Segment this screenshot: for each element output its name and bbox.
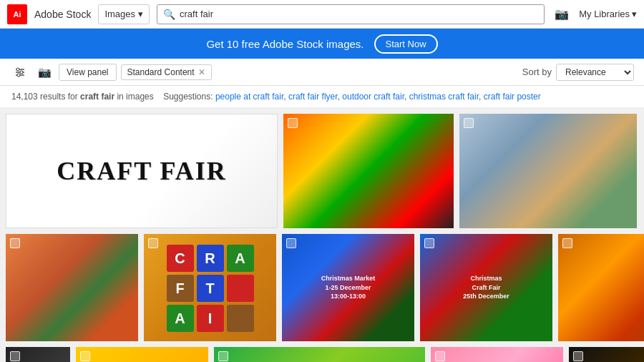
toolbar: 📷 View panel Standard Content ✕ Sort by … — [0, 59, 644, 86]
results-count: 14,103 results for craft fair in images — [11, 92, 154, 102]
tile-r: R — [197, 245, 224, 272]
image-checkbox[interactable] — [562, 238, 572, 248]
image-item[interactable] — [558, 234, 644, 341]
tile-r2 — [227, 305, 254, 332]
image-grid: CRAFT FAIR C R A F T A — [0, 108, 644, 362]
my-libraries-label: My Libraries — [579, 9, 630, 19]
image-checkbox[interactable] — [464, 118, 474, 128]
image-checkbox[interactable] — [288, 118, 298, 128]
sort-section: Sort by Relevance Most Recent Most Popul… — [522, 64, 634, 81]
chevron-down-icon: ▾ — [632, 9, 637, 19]
image-checkbox[interactable] — [435, 351, 445, 361]
suggestion-link[interactable]: craft fair flyer — [288, 92, 338, 102]
christmas-label-1: Christmas Market1-25 December13:00-13:00 — [321, 274, 376, 301]
search-type-label: Images — [104, 9, 135, 19]
promo-banner: Get 10 free Adobe Stock images. Start No… — [0, 29, 644, 59]
suggestion-link[interactable]: craft fair poster — [484, 92, 541, 102]
image-item[interactable] — [76, 347, 208, 362]
search-bar[interactable]: 🔍 — [157, 4, 545, 24]
tile-f: F — [167, 275, 194, 302]
remove-standard-content-icon[interactable]: ✕ — [198, 67, 205, 77]
image-item[interactable]: ChristmasCraft Fair25th December — [420, 234, 552, 341]
sort-by-label: Sort by — [522, 67, 552, 77]
image-checkbox[interactable] — [148, 238, 158, 248]
search-icon: 🔍 — [163, 9, 175, 20]
adobe-logo: Ai — [7, 4, 27, 24]
results-info: 14,103 results for craft fair in images … — [0, 86, 644, 108]
promo-text: Get 10 free Adobe Stock images. — [206, 38, 364, 50]
image-item[interactable] — [569, 347, 644, 362]
image-item[interactable] — [6, 234, 138, 341]
pink-flowers-image[interactable] — [431, 347, 563, 362]
svg-point-5 — [17, 74, 20, 77]
image-item[interactable]: CRAFT FAIR — [6, 114, 278, 228]
image-checkbox[interactable] — [10, 238, 20, 248]
image-item[interactable]: SPRING — [214, 347, 425, 362]
market-stall-image[interactable] — [283, 114, 454, 228]
letter-tiles-image[interactable]: C R A F T A I — [144, 234, 276, 341]
suggestion-link[interactable]: people at craft fair — [215, 92, 283, 102]
image-item[interactable] — [459, 114, 637, 228]
image-checkbox[interactable] — [218, 351, 228, 361]
image-item[interactable]: Christmas Market1-25 December13:00-13:00 — [282, 234, 414, 341]
svg-point-3 — [16, 68, 19, 71]
ceramics-image[interactable] — [459, 114, 637, 228]
chevron-down-icon: ▾ — [138, 9, 143, 19]
craft-fair-text-content: CRAFT FAIR — [57, 156, 227, 186]
tile-p — [227, 275, 254, 302]
standard-content-filter: Standard Content ✕ — [121, 64, 212, 80]
my-libraries-button[interactable]: My Libraries ▾ — [579, 9, 637, 19]
craft-fair-logo-image[interactable]: CRAFT FAIR — [6, 114, 278, 228]
image-checkbox[interactable] — [573, 351, 583, 361]
image-row-3: SPRING — [6, 347, 638, 362]
image-item[interactable] — [6, 347, 70, 362]
suggestion-link[interactable]: outdoor craft fair — [342, 92, 404, 102]
search-input[interactable] — [180, 9, 538, 19]
image-checkbox[interactable] — [80, 351, 90, 361]
woman-craft-image[interactable] — [6, 234, 138, 341]
tile-t: T — [197, 275, 224, 302]
image-item[interactable]: C R A F T A I — [144, 234, 276, 341]
image-checkbox[interactable] — [286, 238, 296, 248]
tile-a-1: A — [227, 245, 254, 272]
suggestion-link[interactable]: christmas craft fair — [409, 92, 479, 102]
image-item[interactable] — [283, 114, 454, 228]
search-type-selector[interactable]: Images ▾ — [98, 4, 150, 24]
standard-content-label: Standard Content — [127, 67, 195, 77]
yellow-craft-image[interactable] — [76, 347, 208, 362]
camera-icon[interactable]: 📷 — [552, 4, 572, 24]
tile-i: I — [197, 305, 224, 332]
tile-c: C — [167, 245, 194, 272]
brand-name: Adobe Stock — [34, 9, 91, 20]
gingerbread-image[interactable] — [558, 234, 644, 341]
svg-point-4 — [20, 71, 23, 74]
start-now-button[interactable]: Start Now — [374, 34, 438, 54]
image-checkbox[interactable] — [424, 238, 434, 248]
sort-select[interactable]: Relevance Most Recent Most Popular — [556, 64, 634, 81]
tile-a-2: A — [167, 305, 194, 332]
view-panel-button[interactable]: View panel — [59, 64, 117, 81]
toolbar-left: 📷 View panel Standard Content ✕ — [10, 62, 517, 82]
filter-icon[interactable] — [10, 62, 30, 82]
christmas-label-2: ChristmasCraft Fair25th December — [463, 274, 509, 301]
spring-image[interactable]: SPRING — [214, 347, 425, 362]
christmas-market1-image[interactable]: Christmas Market1-25 December13:00-13:00 — [282, 234, 414, 341]
image-item[interactable] — [431, 347, 563, 362]
header: Ai Adobe Stock Images ▾ 🔍 📷 My Libraries… — [0, 0, 644, 29]
visual-search-icon[interactable]: 📷 — [34, 62, 54, 82]
image-row-1: CRAFT FAIR — [6, 114, 638, 228]
image-checkbox[interactable] — [10, 351, 20, 361]
image-row-2: C R A F T A I Christmas Market1-25 Decem… — [6, 234, 638, 341]
suggestions-label: Suggestions: — [163, 92, 213, 102]
christmas-market2-image[interactable]: ChristmasCraft Fair25th December — [420, 234, 552, 341]
image-checkbox[interactable] — [10, 118, 20, 128]
